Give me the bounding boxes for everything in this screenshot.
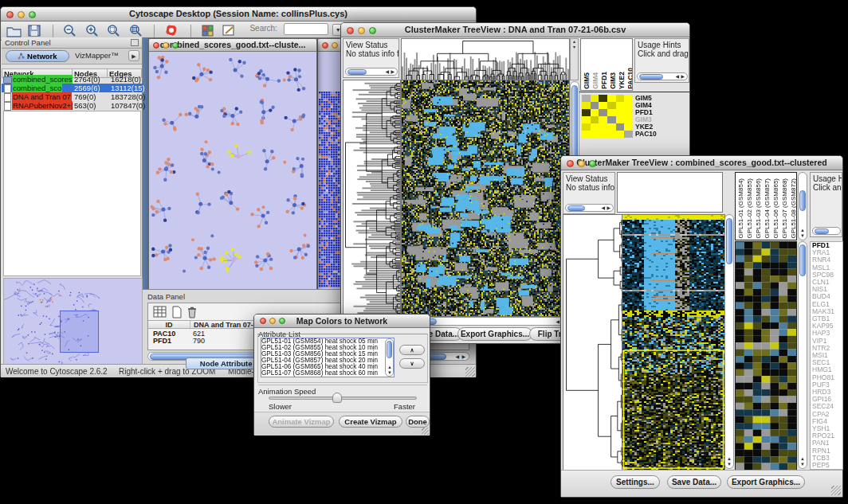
speed-slider-thumb[interactable] (332, 393, 342, 403)
network-tree-empty (3, 111, 141, 276)
settings-button[interactable]: Settings... (610, 475, 660, 489)
dialog-button-bar: Animate Vizmap Create Vizmap Done (254, 412, 430, 436)
zoom-button[interactable] (172, 42, 179, 49)
zoom-fit-icon[interactable] (128, 23, 146, 38)
view-status-scrollbar[interactable]: ◀▶ (345, 68, 398, 76)
treeview-dna-titlebar[interactable]: ClusterMaker TreeView : DNA and Tran 07-… (341, 23, 689, 37)
matrix-cell (582, 109, 591, 116)
row-dendrogram[interactable] (563, 214, 623, 471)
resize-grip[interactable] (422, 428, 429, 435)
view-status-scrollbar[interactable]: ◀▶ (565, 204, 614, 212)
network-tree-row[interactable]: DNA and Tran 07769(0)183728(0) (2, 92, 143, 101)
network-table-header: NetworkNodesEdges (2, 65, 143, 75)
zoomed-heatmap[interactable] (735, 241, 797, 471)
dialog-titlebar[interactable]: Map Colors to Network (254, 315, 430, 328)
heatmap-vscrollbar[interactable]: ▲▼ (724, 214, 734, 469)
zoomed-heatmap-vscrollbar[interactable]: ▲▼ (798, 241, 807, 469)
main-window-title: Cytoscape Desktop (Session Name: collins… (129, 9, 347, 18)
attribute-list-item[interactable]: GPL51-07 (GSM868) heat shock 60 min (261, 370, 394, 377)
new-document-icon[interactable] (171, 306, 183, 318)
annotation-icon[interactable] (221, 23, 240, 38)
resize-grip[interactable] (831, 486, 841, 495)
close-button[interactable] (567, 160, 574, 167)
zoom-button[interactable] (369, 27, 376, 34)
network-overview-panel[interactable] (3, 278, 143, 369)
network-tree-row[interactable]: RNAPuberNov2+|563(0)107847(0) (2, 101, 143, 110)
create-vizmap-button[interactable]: Create Vizmap (339, 416, 402, 428)
column-label: GIM4 (591, 72, 599, 89)
network-tab-icon (18, 53, 25, 60)
matrix-cell (616, 123, 625, 131)
network-tree-row[interactable]: combined_scores2764(0)16218(0) (2, 75, 143, 84)
minimize-button[interactable] (578, 160, 585, 167)
attribute-listbox[interactable]: GPL51-01 (GSM854) heat shock 05 minGPL51… (261, 338, 395, 377)
zoom-button[interactable] (589, 160, 596, 167)
matrix-cell (582, 123, 591, 131)
close-button[interactable] (260, 318, 266, 324)
move-down-button[interactable]: ∨ (399, 358, 425, 369)
speed-slider-track[interactable] (269, 397, 417, 400)
usage-hints-scrollbar[interactable] (812, 227, 841, 235)
close-button[interactable] (322, 42, 328, 49)
zoom-in-icon[interactable] (84, 23, 102, 38)
dna-gene-labels: GIM5GIM4PFD1GIM3YKE2PAC10 (635, 95, 688, 138)
matrix-cell (624, 123, 633, 131)
matrix-cell (582, 102, 591, 109)
network-view-canvas[interactable] (149, 52, 316, 289)
export-graphics-button[interactable]: Export Graphics... (457, 327, 532, 341)
save-icon[interactable] (26, 23, 44, 38)
zoom-out-icon[interactable] (61, 23, 80, 38)
column-label: PFD1 (600, 72, 608, 89)
minimize-button[interactable] (332, 42, 338, 49)
minimize-button[interactable] (269, 318, 276, 324)
network-tree-row[interactable]: combined_sco2569(6)13112(15) (2, 84, 143, 92)
delete-trash-icon[interactable] (186, 306, 198, 318)
dendrogram-arrow-strip[interactable]: ▴▾ (570, 38, 579, 80)
search-input[interactable] (284, 23, 328, 35)
minimize-button[interactable] (358, 27, 365, 34)
tab-network[interactable]: Network (6, 50, 69, 62)
column-dendrogram-area (617, 172, 723, 213)
matrix-cell (624, 116, 633, 123)
zoom-button[interactable] (279, 318, 285, 324)
minimize-button[interactable] (18, 11, 25, 18)
tab-overflow-arrow[interactable]: ▶ (128, 50, 139, 61)
export-graphics-button[interactable]: Export Graphics... (727, 475, 805, 489)
zoom-selected-icon[interactable] (105, 23, 124, 38)
attribute-list-vscrollbar[interactable]: ▲▼ (385, 338, 394, 377)
matrix-cell (591, 95, 599, 102)
vizmapper-icon[interactable] (200, 23, 218, 38)
network-window-1[interactable]: combined_scores_good.txt--cluste... (148, 38, 317, 290)
treeview-combined-titlebar[interactable]: ClusterMaker TreeView : combined_scores_… (561, 156, 842, 170)
animate-vizmap-button[interactable]: Animate Vizmap (269, 416, 334, 428)
resize-grip[interactable] (465, 367, 475, 377)
save-data-button[interactable]: Save Data... (667, 475, 721, 489)
usage-hints-scrollbar[interactable]: ◀▶ (637, 72, 688, 80)
column-label: PAC10 (626, 68, 633, 89)
close-button[interactable] (153, 42, 159, 49)
main-titlebar[interactable]: Cytoscape Desktop (Session Name: collins… (1, 7, 476, 21)
data-col-id[interactable]: ID (148, 321, 190, 328)
row-dendrogram[interactable] (343, 80, 401, 317)
zoom-button[interactable] (29, 11, 36, 18)
move-up-button[interactable]: ∧ (399, 345, 425, 355)
matrix-cell (624, 95, 633, 102)
correlation-matrix[interactable] (582, 95, 633, 138)
minimize-button[interactable] (163, 42, 169, 49)
column-dendrogram[interactable] (401, 38, 570, 81)
float-panel-icon[interactable] (131, 39, 139, 46)
close-button[interactable] (347, 27, 354, 34)
matrix-cell (582, 131, 591, 138)
cluster-heatmap[interactable] (622, 214, 725, 471)
tab-vizmapper[interactable]: VizMapper™ (75, 51, 119, 60)
cluster-heatmap[interactable] (401, 80, 570, 317)
help-lifesaver-icon[interactable] (163, 23, 183, 38)
table-icon[interactable] (153, 306, 167, 318)
window-controls[interactable] (6, 11, 36, 18)
done-button[interactable]: Done (406, 416, 430, 428)
matrix-cell (607, 109, 616, 116)
open-folder-icon[interactable] (6, 23, 23, 38)
close-button[interactable] (6, 11, 14, 18)
matrix-cell (607, 116, 616, 123)
column-labels-vscrollbar[interactable]: ▲▼ (798, 172, 807, 240)
